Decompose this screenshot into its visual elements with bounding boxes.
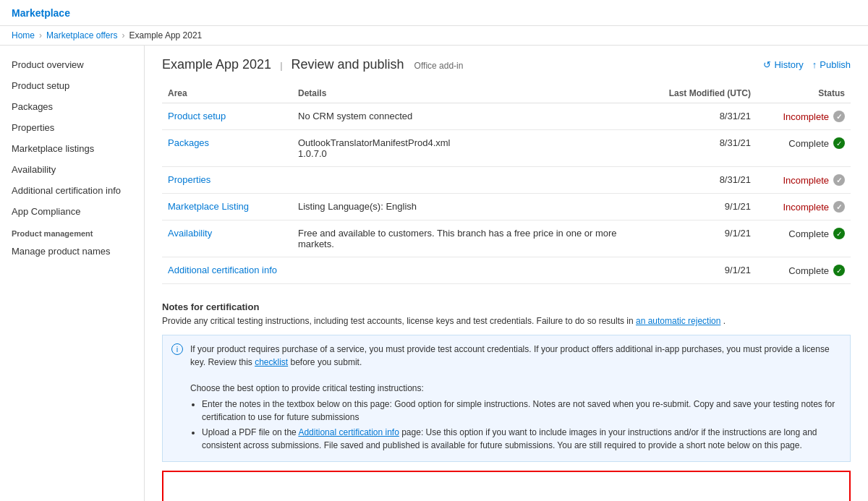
publish-icon: ↑ bbox=[812, 59, 817, 70]
header-actions: ↺ History ↑ Publish bbox=[763, 59, 851, 70]
breadcrumb: Home › Marketplace offers › Example App … bbox=[12, 30, 856, 40]
table-row: Marketplace ListingListing Language(s): … bbox=[162, 194, 851, 220]
checklist-link[interactable]: checklist bbox=[255, 357, 288, 367]
page-section-title: Review and publish bbox=[292, 57, 404, 72]
col-header-modified: Last Modified (UTC) bbox=[641, 84, 757, 103]
page-app-name: Example App 2021 bbox=[162, 57, 271, 72]
table-row: Additional certification info9/1/21Compl… bbox=[162, 257, 851, 284]
incomplete-icon: ✓ bbox=[833, 201, 845, 213]
table-cell-area: Product setup bbox=[162, 103, 292, 130]
history-button[interactable]: ↺ History bbox=[763, 59, 803, 70]
breadcrumb-home[interactable]: Home bbox=[12, 30, 35, 40]
breadcrumb-sep-2: › bbox=[122, 30, 125, 40]
status-label: Complete bbox=[788, 138, 829, 149]
sidebar-item-properties[interactable]: Properties bbox=[0, 117, 144, 138]
area-link-3[interactable]: Marketplace Listing bbox=[168, 201, 249, 212]
sidebar: Product overview Product setup Packages … bbox=[0, 46, 145, 501]
sidebar-item-packages[interactable]: Packages bbox=[0, 96, 144, 117]
table-cell-details: OutlookTranslatorManifestProd4.xml1.0.7.… bbox=[292, 130, 641, 167]
area-link-5[interactable]: Additional certification info bbox=[168, 265, 277, 275]
table-cell-details: Free and available to customers. This br… bbox=[292, 220, 641, 257]
status-label: Incomplete bbox=[783, 175, 829, 186]
sidebar-item-product-setup[interactable]: Product setup bbox=[0, 75, 144, 96]
area-link-1[interactable]: Packages bbox=[168, 137, 209, 148]
main-content: Example App 2021 | Review and publish Of… bbox=[145, 46, 868, 501]
table-cell-modified: 9/1/21 bbox=[641, 194, 757, 220]
table-row: PackagesOutlookTranslatorManifestProd4.x… bbox=[162, 130, 851, 167]
table-cell-area: Availability bbox=[162, 220, 292, 257]
area-link-4[interactable]: Availability bbox=[168, 228, 212, 239]
table-cell-status: Complete✓ bbox=[757, 130, 851, 167]
info-box: i If your product requires purchase of a… bbox=[162, 335, 851, 462]
table-cell-status: Incomplete✓ bbox=[757, 194, 851, 220]
table-row: Properties8/31/21Incomplete✓ bbox=[162, 167, 851, 194]
table-cell-area: Additional certification info bbox=[162, 257, 292, 284]
notes-title: Notes for certification bbox=[162, 301, 851, 312]
table-cell-modified: 9/1/21 bbox=[641, 220, 757, 257]
area-link-2[interactable]: Properties bbox=[168, 174, 210, 185]
page-tag: Office add-in bbox=[414, 61, 464, 71]
sidebar-item-marketplace-listings[interactable]: Marketplace listings bbox=[0, 138, 144, 159]
sidebar-item-app-compliance[interactable]: App Compliance bbox=[0, 201, 144, 222]
table-cell-details: No CRM system connected bbox=[292, 103, 641, 130]
table-cell-details bbox=[292, 167, 641, 194]
status-label: Incomplete bbox=[783, 202, 829, 213]
incomplete-icon: ✓ bbox=[833, 174, 845, 186]
table-row: AvailabilityFree and available to custom… bbox=[162, 220, 851, 257]
table-cell-status: Incomplete✓ bbox=[757, 167, 851, 194]
table-cell-modified: 8/31/21 bbox=[641, 103, 757, 130]
top-bar: Marketplace bbox=[0, 0, 868, 26]
info-content: If your product requires purchase of a s… bbox=[190, 343, 841, 454]
sidebar-item-manage-product-names[interactable]: Manage product names bbox=[0, 241, 144, 262]
table-cell-status: Complete✓ bbox=[757, 220, 851, 257]
history-icon: ↺ bbox=[763, 59, 771, 70]
breadcrumb-current: Example App 2021 bbox=[129, 30, 203, 40]
sidebar-item-additional-cert[interactable]: Additional certification info bbox=[0, 180, 144, 201]
table-row: Product setupNo CRM system connected8/31… bbox=[162, 103, 851, 130]
sidebar-section-label: Product management bbox=[0, 222, 144, 241]
col-header-area: Area bbox=[162, 84, 292, 103]
table-cell-status: Complete✓ bbox=[757, 257, 851, 284]
incomplete-icon: ✓ bbox=[833, 111, 845, 122]
page-header: Example App 2021 | Review and publish Of… bbox=[162, 57, 851, 72]
col-header-status: Status bbox=[757, 84, 851, 103]
publish-header-button[interactable]: ↑ Publish bbox=[812, 59, 851, 70]
table-cell-modified: 9/1/21 bbox=[641, 257, 757, 284]
table-cell-status: Incomplete✓ bbox=[757, 103, 851, 130]
bullet-1: Enter the notes in the textbox below on … bbox=[202, 398, 841, 424]
complete-icon: ✓ bbox=[833, 228, 845, 239]
sidebar-item-product-overview[interactable]: Product overview bbox=[0, 54, 144, 75]
sidebar-item-availability[interactable]: Availability bbox=[0, 159, 144, 180]
status-label: Incomplete bbox=[783, 111, 829, 122]
layout: Product overview Product setup Packages … bbox=[0, 46, 868, 501]
notes-textarea[interactable] bbox=[162, 471, 851, 501]
additional-cert-link[interactable]: Additional certification info bbox=[298, 427, 399, 437]
complete-icon: ✓ bbox=[833, 137, 845, 149]
notes-bullets: Enter the notes in the textbox below on … bbox=[202, 398, 841, 452]
col-header-details: Details bbox=[292, 84, 641, 103]
review-table: Area Details Last Modified (UTC) Status … bbox=[162, 84, 851, 284]
breadcrumb-offers[interactable]: Marketplace offers bbox=[46, 30, 118, 40]
automatic-rejection-link[interactable]: an automatic rejection bbox=[636, 316, 720, 326]
table-cell-modified: 8/31/21 bbox=[641, 130, 757, 167]
breadcrumb-sep-1: › bbox=[39, 30, 42, 40]
status-label: Complete bbox=[788, 265, 829, 276]
page-title-sep: | bbox=[280, 60, 282, 71]
area-link-0[interactable]: Product setup bbox=[168, 111, 226, 121]
brand-label: Marketplace bbox=[12, 7, 70, 19]
bullet-2: Upload a PDF file on the Additional cert… bbox=[202, 426, 841, 452]
table-cell-details bbox=[292, 257, 641, 284]
info-icon: i bbox=[171, 343, 183, 355]
complete-icon: ✓ bbox=[833, 265, 845, 276]
notes-desc: Provide any critical testing instruction… bbox=[162, 315, 851, 327]
table-cell-modified: 8/31/21 bbox=[641, 167, 757, 194]
table-cell-details: Listing Language(s): English bbox=[292, 194, 641, 220]
table-cell-area: Packages bbox=[162, 130, 292, 167]
notes-section: Notes for certification Provide any crit… bbox=[162, 301, 851, 501]
status-label: Complete bbox=[788, 228, 829, 239]
table-cell-area: Marketplace Listing bbox=[162, 194, 292, 220]
table-cell-area: Properties bbox=[162, 167, 292, 194]
